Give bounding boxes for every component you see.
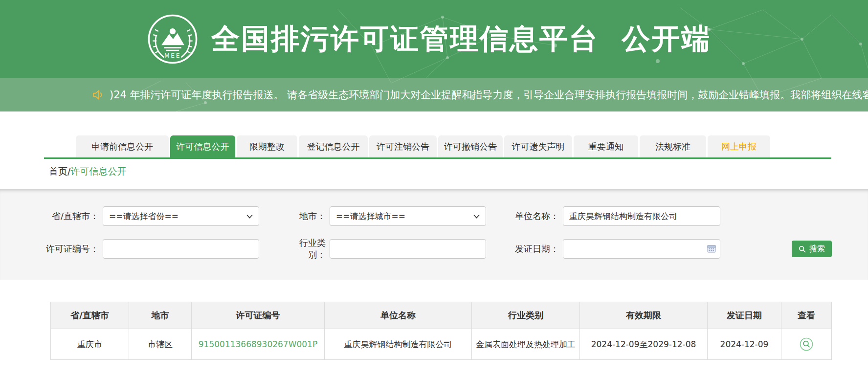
filter-row-1: 省/直辖市： ==请选择省份== 地市： ==请选择城市== 单位名称： bbox=[0, 206, 868, 226]
issue-date-input[interactable] bbox=[563, 239, 720, 259]
announcement-bar: )24 年排污许可证年度执行报告报送。 请各省级生态环境部门加大对企业提醒和指导… bbox=[0, 78, 868, 111]
cell-city: 市辖区 bbox=[129, 329, 192, 360]
magnifier-circle-icon bbox=[799, 337, 814, 352]
cell-industry: 金属表面处理及热处理加工 bbox=[472, 329, 580, 360]
permit-no-input[interactable] bbox=[103, 239, 259, 259]
province-label: 省/直辖市： bbox=[45, 210, 103, 222]
speaker-icon bbox=[92, 89, 105, 101]
calendar-icon[interactable] bbox=[707, 244, 716, 253]
province-select[interactable]: ==请选择省份== bbox=[103, 206, 259, 226]
cell-view bbox=[781, 329, 832, 360]
breadcrumb: 首页/许可信息公开 bbox=[49, 165, 868, 177]
view-permit-button[interactable] bbox=[799, 337, 814, 352]
city-select[interactable]: ==请选择城市== bbox=[330, 206, 486, 226]
site-header: MEE 全国排污许可证管理信息平台 公开端 bbox=[0, 0, 868, 78]
header-view: 查看 bbox=[781, 302, 832, 329]
cell-validity: 2024-12-09至2029-12-08 bbox=[580, 329, 708, 360]
mee-logo-icon: MEE bbox=[147, 11, 199, 67]
permit-no-link[interactable]: 91500113668930267W001P bbox=[192, 329, 325, 360]
city-label: 地市： bbox=[283, 210, 330, 222]
tab-rectification[interactable]: 限期整改 bbox=[237, 135, 297, 157]
search-filter-panel: 省/直辖市： ==请选择省份== 地市： ==请选择城市== 单位名称： 许可证… bbox=[0, 189, 868, 280]
header-company: 单位名称 bbox=[325, 302, 472, 329]
tab-pre-application-info[interactable]: 申请前信息公开 bbox=[76, 135, 169, 157]
logo-text: MEE bbox=[164, 52, 181, 59]
tab-permit-info[interactable]: 许可信息公开 bbox=[170, 135, 235, 157]
search-button-label: 搜索 bbox=[809, 244, 825, 254]
chevron-down-icon bbox=[473, 214, 480, 219]
industry-input[interactable] bbox=[330, 239, 486, 259]
table-row: 重庆市 市辖区 91500113668930267W001P 重庆昊辉钢结构制造… bbox=[51, 329, 832, 360]
results-section: 省/直辖市 地市 许可证编号 单位名称 行业类别 有效期限 发证日期 查看 重庆… bbox=[0, 280, 868, 360]
table-header-row: 省/直辖市 地市 许可证编号 单位名称 行业类别 有效期限 发证日期 查看 bbox=[51, 302, 832, 329]
header-industry: 行业类别 bbox=[472, 302, 580, 329]
announcement-text: )24 年排污许可证年度执行报告报送。 请各省级生态环境部门加大对企业提醒和指导… bbox=[110, 88, 868, 102]
city-select-value: ==请选择城市== bbox=[336, 211, 405, 222]
search-button[interactable]: 搜索 bbox=[792, 241, 832, 257]
header-issue-date: 发证日期 bbox=[708, 302, 781, 329]
header-validity: 有效期限 bbox=[580, 302, 708, 329]
tab-registration-info[interactable]: 登记信息公开 bbox=[299, 135, 368, 157]
province-select-value: ==请选择省份== bbox=[109, 211, 178, 222]
header-permit-no: 许可证编号 bbox=[192, 302, 325, 329]
chevron-down-icon bbox=[246, 214, 253, 219]
breadcrumb-home[interactable]: 首页 bbox=[49, 166, 67, 177]
permit-no-label: 许可证编号： bbox=[45, 243, 103, 255]
site-title: 全国排污许可证管理信息平台 公开端 bbox=[211, 20, 711, 58]
main-nav: 申请前信息公开 许可信息公开 限期整改 登记信息公开 许可注销公告 许可撤销公告… bbox=[0, 111, 868, 189]
company-name-input[interactable] bbox=[563, 206, 720, 226]
header-province: 省/直辖市 bbox=[51, 302, 129, 329]
company-name-label: 单位名称： bbox=[512, 210, 563, 222]
industry-label: 行业类别： bbox=[283, 237, 330, 261]
tab-cancellation-notice[interactable]: 许可注销公告 bbox=[369, 135, 437, 157]
tab-loss-statement[interactable]: 许可遗失声明 bbox=[504, 135, 572, 157]
cell-issue-date: 2024-12-09 bbox=[708, 329, 781, 360]
cell-company: 重庆昊辉钢结构制造有限公司 bbox=[325, 329, 472, 360]
tab-important-notice[interactable]: 重要通知 bbox=[574, 135, 638, 157]
search-icon bbox=[799, 245, 806, 253]
issue-date-label: 发证日期： bbox=[512, 243, 563, 255]
breadcrumb-current: 许可信息公开 bbox=[70, 166, 126, 177]
issue-date-field bbox=[563, 239, 720, 259]
cell-province: 重庆市 bbox=[51, 329, 129, 360]
filter-row-2: 许可证编号： 行业类别： 发证日期： 搜 bbox=[0, 239, 868, 259]
tab-bar: 申请前信息公开 许可信息公开 限期整改 登记信息公开 许可注销公告 许可撤销公告… bbox=[44, 111, 831, 159]
tab-regulations[interactable]: 法规标准 bbox=[640, 135, 706, 157]
header-city: 地市 bbox=[129, 302, 192, 329]
tab-online-application[interactable]: 网上申报 bbox=[708, 135, 770, 157]
results-table: 省/直辖市 地市 许可证编号 单位名称 行业类别 有效期限 发证日期 查看 重庆… bbox=[50, 302, 832, 360]
tab-revocation-notice[interactable]: 许可撤销公告 bbox=[438, 135, 503, 157]
